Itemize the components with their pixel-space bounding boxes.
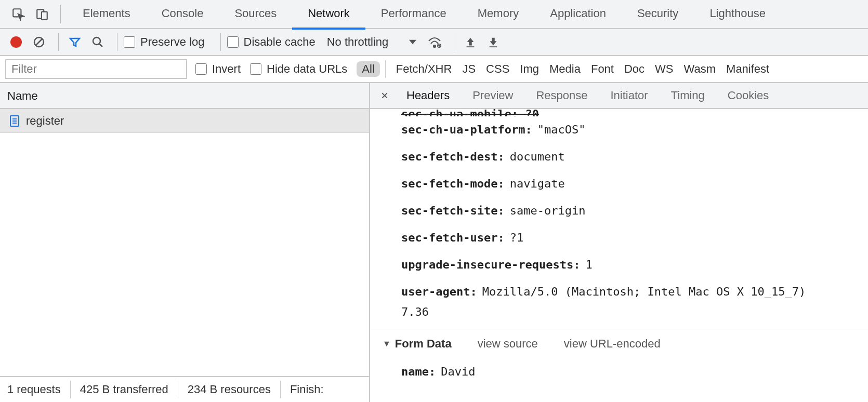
filter-input[interactable] xyxy=(5,59,187,79)
header-key: sec-ch-ua-platform xyxy=(401,119,532,140)
request-list: register xyxy=(0,109,369,376)
headers-body: sec-ch-ua-mobile: ?0 sec-ch-ua-platform … xyxy=(370,109,868,402)
search-icon[interactable] xyxy=(88,32,108,52)
invert-label: Invert xyxy=(212,62,241,76)
header-value: same-origin xyxy=(510,200,586,221)
tab-lighthouse[interactable]: Lighthouse xyxy=(694,0,781,29)
hide-data-urls-label: Hide data URLs xyxy=(267,62,347,76)
divider xyxy=(385,60,386,78)
disable-cache-checkbox[interactable]: Disable cache xyxy=(227,35,315,49)
svg-point-7 xyxy=(433,45,436,47)
hide-data-urls-checkbox[interactable]: Hide data URLs xyxy=(250,62,347,76)
form-data-value: David xyxy=(441,361,475,382)
filter-chip-js[interactable]: JS xyxy=(457,61,481,77)
view-source-link[interactable]: view source xyxy=(478,337,538,351)
preserve-log-checkbox[interactable]: Preserve log xyxy=(124,35,205,49)
detail-tab-cookies[interactable]: Cookies xyxy=(716,83,780,108)
filter-chip-img[interactable]: Img xyxy=(515,61,544,77)
throttling-label: No throttling xyxy=(327,35,389,49)
header-value: 1 xyxy=(585,254,592,275)
upload-har-icon[interactable] xyxy=(461,32,480,52)
tab-sources[interactable]: Sources xyxy=(219,0,292,29)
status-requests: 1 requests xyxy=(7,383,61,396)
main-split: Name register 1 requests 425 B transferr… xyxy=(0,83,868,402)
detail-tab-timing[interactable]: Timing xyxy=(660,83,716,108)
network-conditions-icon[interactable] xyxy=(425,32,444,52)
tab-network[interactable]: Network xyxy=(292,0,365,30)
header-value: document xyxy=(510,146,565,167)
invert-input[interactable] xyxy=(195,63,207,75)
tab-application[interactable]: Application xyxy=(534,0,622,29)
filter-chip-fetch-xhr[interactable]: Fetch/XHR xyxy=(391,61,457,77)
clear-icon[interactable] xyxy=(29,32,49,52)
svg-line-6 xyxy=(99,44,102,47)
invert-checkbox[interactable]: Invert xyxy=(195,62,241,76)
filter-chip-doc[interactable]: Doc xyxy=(619,61,650,77)
chevron-down-icon xyxy=(409,38,416,46)
disable-cache-input[interactable] xyxy=(227,36,239,48)
header-key: user-agent xyxy=(401,282,477,302)
header-value: "macOS" xyxy=(537,119,586,140)
network-toolbar: Preserve log Disable cache No throttling xyxy=(0,29,868,56)
device-toggle-icon[interactable] xyxy=(30,2,54,26)
header-trailing: 7.36 xyxy=(370,305,868,321)
form-data-section-header[interactable]: ▼ Form Data view source view URL-encoded xyxy=(370,329,868,358)
filter-bar: Invert Hide data URLs AllFetch/XHRJSCSSI… xyxy=(0,56,868,83)
detail-panel: × HeadersPreviewResponseInitiatorTimingC… xyxy=(370,83,868,402)
request-name: register xyxy=(26,114,64,128)
filter-icon[interactable] xyxy=(65,32,85,52)
tab-performance[interactable]: Performance xyxy=(365,0,462,29)
download-har-icon[interactable] xyxy=(483,32,503,52)
close-detail-button[interactable]: × xyxy=(374,88,395,103)
header-value: Mozilla/5.0 (Macintosh; Intel Mac OS X 1… xyxy=(482,282,806,302)
tab-console[interactable]: Console xyxy=(146,0,219,29)
name-column-header[interactable]: Name xyxy=(0,83,369,109)
divider xyxy=(178,381,178,398)
filter-chip-font[interactable]: Font xyxy=(586,61,619,77)
status-transferred: 425 B transferred xyxy=(80,383,168,396)
filter-chip-manifest[interactable]: Manifest xyxy=(721,61,774,77)
divider xyxy=(58,33,59,51)
disclosure-triangle-icon: ▼ xyxy=(383,339,391,349)
detail-tab-response[interactable]: Response xyxy=(524,83,599,108)
inspect-element-icon[interactable] xyxy=(6,2,30,26)
detail-tab-preview[interactable]: Preview xyxy=(461,83,524,108)
form-data-key: name xyxy=(401,361,436,382)
filter-chip-wasm[interactable]: Wasm xyxy=(679,61,721,77)
tab-security[interactable]: Security xyxy=(622,0,694,29)
view-url-encoded-link[interactable]: view URL-encoded xyxy=(564,337,661,351)
header-key: sec-fetch-dest xyxy=(401,146,505,167)
request-row[interactable]: register xyxy=(0,109,369,133)
header-entry: sec-fetch-site same-origin xyxy=(370,197,868,224)
preserve-log-label: Preserve log xyxy=(140,35,205,49)
record-button[interactable] xyxy=(6,32,26,52)
divider xyxy=(70,381,71,398)
header-value: navigate xyxy=(510,173,565,194)
header-entry: sec-fetch-dest document xyxy=(370,143,868,170)
detail-tabbar: × HeadersPreviewResponseInitiatorTimingC… xyxy=(370,83,868,109)
filter-chip-all[interactable]: All xyxy=(357,61,379,77)
divider xyxy=(454,33,454,51)
filter-chip-media[interactable]: Media xyxy=(544,61,586,77)
header-entry: sec-fetch-mode navigate xyxy=(370,170,868,197)
devtools-tabbar: ElementsConsoleSourcesNetworkPerformance… xyxy=(0,0,868,29)
header-entry-cut: sec-ch-ua-mobile: ?0 xyxy=(370,109,868,116)
header-key: sec-fetch-user xyxy=(401,227,505,248)
divider xyxy=(60,5,61,23)
form-data-entry: name David xyxy=(370,358,868,385)
tab-elements[interactable]: Elements xyxy=(67,0,146,29)
header-key: sec-fetch-mode xyxy=(401,173,505,194)
hide-data-urls-input[interactable] xyxy=(250,63,261,75)
preserve-log-input[interactable] xyxy=(124,36,135,48)
header-key: upgrade-insecure-requests xyxy=(401,254,580,275)
filter-chip-css[interactable]: CSS xyxy=(481,61,515,77)
filter-chip-ws[interactable]: WS xyxy=(650,61,678,77)
tab-memory[interactable]: Memory xyxy=(462,0,534,29)
document-icon xyxy=(9,115,20,127)
header-entry: upgrade-insecure-requests 1 xyxy=(370,251,868,278)
detail-tab-headers[interactable]: Headers xyxy=(395,83,461,108)
header-value: ?1 xyxy=(510,227,524,248)
status-resources: 234 B resources xyxy=(188,383,271,396)
throttling-select[interactable]: No throttling xyxy=(325,35,419,49)
detail-tab-initiator[interactable]: Initiator xyxy=(599,83,659,108)
